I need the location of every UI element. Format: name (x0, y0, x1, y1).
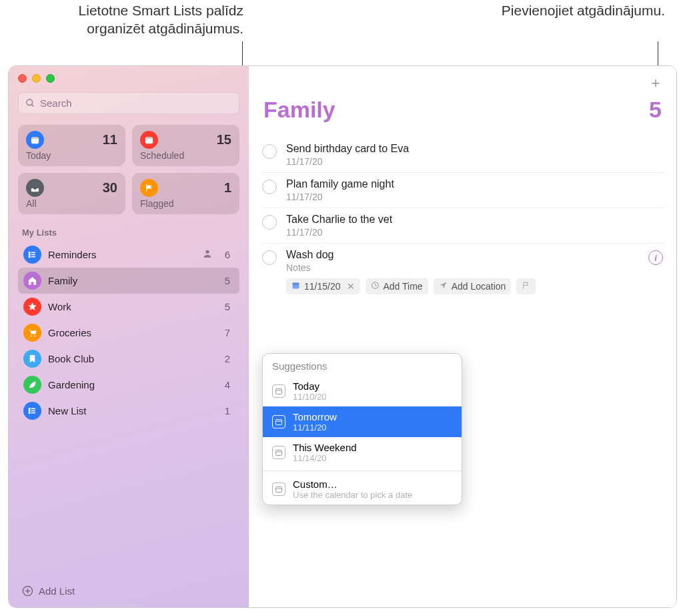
flag-chip[interactable] (516, 278, 536, 294)
checkbox-circle[interactable] (262, 250, 277, 265)
suggestion-sub: Use the calendar to pick a date (293, 490, 412, 500)
svg-point-11 (29, 256, 30, 258)
reminder-title: Take Charlie to the vet (286, 214, 663, 226)
reminder-date: 11/17/20 (286, 192, 663, 202)
suggestion-today[interactable]: Today11/10/20 (263, 376, 462, 406)
smart-label: Flagged (140, 198, 231, 209)
reminder-item[interactable]: Send birthday card to Eva11/17/20 (261, 137, 664, 173)
list-name: Family (48, 275, 214, 286)
reminder-title: Send birthday card to Eva (286, 143, 663, 155)
add-time-chip[interactable]: Add Time (366, 278, 428, 294)
reminder-item[interactable]: Plan family game night11/17/20 (261, 173, 664, 208)
smart-card-today[interactable]: 11Today (18, 125, 125, 166)
add-location-label: Add Location (452, 281, 506, 292)
tray-icon (26, 179, 44, 197)
callout-smart-lists: Lietotne Smart Lists palīdz organizēt at… (23, 1, 243, 38)
list-count: 6 (221, 249, 234, 260)
list-name: New List (48, 405, 214, 416)
svg-point-18 (29, 408, 30, 410)
reminders-window: Search 11Today15Scheduled30All1Flagged M… (8, 65, 677, 608)
smart-card-all[interactable]: 30All (18, 173, 125, 214)
sidebar-list-book-club[interactable]: Book Club2 (18, 346, 239, 372)
sidebar-list-family[interactable]: Family5 (18, 268, 239, 294)
search-input[interactable]: Search (18, 92, 239, 114)
calendar-icon (272, 415, 285, 428)
suggestion-tomorrow[interactable]: Tomorrow11/11/20 (263, 406, 462, 437)
svg-line-1 (31, 104, 33, 106)
bookmark-icon (23, 350, 41, 368)
checkbox-circle[interactable] (262, 144, 277, 159)
minimize-icon[interactable] (32, 74, 41, 83)
clock-icon (371, 281, 380, 292)
plus-circle-icon (22, 585, 33, 597)
suggestion-label: Tomorrow (293, 411, 337, 422)
svg-rect-25 (293, 283, 299, 285)
reminder-title-input[interactable]: Wash dog (286, 249, 639, 261)
list-count: 2 (221, 353, 234, 364)
suggestion-this-weekend[interactable]: This Weekend11/14/20 (263, 437, 462, 468)
calendar-icon (291, 281, 300, 292)
shared-icon (202, 248, 213, 262)
search-icon (25, 98, 35, 108)
clear-date-icon[interactable]: ✕ (347, 281, 355, 292)
list-count: 5 (221, 301, 234, 312)
list-name: Groceries (48, 327, 214, 338)
reminder-notes-placeholder[interactable]: Notes (286, 262, 639, 273)
sidebar-list-groceries[interactable]: Groceries7 (18, 320, 239, 346)
calendar-icon (140, 131, 158, 149)
sidebar-list-gardening[interactable]: Gardening4 (18, 372, 239, 398)
list-icon (23, 402, 41, 420)
list-name: Book Club (48, 353, 214, 364)
info-button[interactable]: i (648, 250, 663, 265)
main-pane: ＋ Family 5 Send birthday card to Eva11/1… (249, 66, 676, 607)
reminder-item[interactable]: Take Charlie to the vet11/17/20 (261, 208, 664, 244)
add-reminder-button[interactable]: ＋ (648, 75, 663, 90)
suggestion-sub: 11/10/20 (293, 392, 327, 402)
svg-point-10 (29, 254, 30, 256)
list-count: 4 (221, 379, 234, 390)
add-time-label: Add Time (384, 281, 423, 292)
smart-count: 11 (103, 132, 117, 147)
leaf-icon (23, 376, 41, 394)
zoom-icon[interactable] (46, 74, 55, 83)
reminders-list: Send birthday card to Eva11/17/20Plan fa… (261, 137, 664, 244)
calendar-icon (26, 131, 44, 149)
sidebar-list-work[interactable]: Work5 (18, 294, 239, 320)
svg-rect-31 (276, 420, 282, 425)
close-icon[interactable] (18, 74, 27, 83)
smart-card-flagged[interactable]: 1Flagged (132, 173, 239, 214)
smart-card-scheduled[interactable]: 15Scheduled (132, 125, 239, 166)
list-name: Work (48, 301, 214, 312)
lists: Reminders6Family5Work5Groceries7Book Clu… (18, 242, 239, 580)
date-chip[interactable]: 11/15/20 ✕ (286, 278, 360, 294)
suggestion-label: Custom… (293, 479, 412, 490)
smart-count: 30 (103, 180, 117, 196)
add-location-chip[interactable]: Add Location (434, 278, 512, 294)
toolbar: ＋ (261, 74, 664, 97)
list-count: 5 (649, 97, 662, 123)
smart-label: All (26, 198, 117, 209)
sidebar-list-reminders[interactable]: Reminders6 (18, 242, 239, 268)
home-icon (23, 272, 41, 290)
smart-label: Scheduled (140, 150, 231, 161)
checkbox-circle[interactable] (262, 180, 277, 194)
list-name: Reminders (48, 249, 195, 260)
flag-icon (140, 179, 158, 197)
window-controls (18, 74, 239, 83)
suggestion-sub: 11/11/20 (293, 422, 337, 432)
reminder-date: 11/17/20 (286, 227, 663, 238)
checkbox-circle[interactable] (262, 215, 277, 230)
add-list-label: Add List (39, 585, 75, 597)
suggestion-custom[interactable]: Custom… Use the calendar to pick a date (263, 474, 462, 505)
svg-point-12 (205, 250, 209, 253)
calendar-icon (272, 483, 285, 496)
svg-rect-33 (276, 450, 282, 456)
add-list-button[interactable]: Add List (18, 580, 239, 599)
sidebar-list-new-list[interactable]: New List1 (18, 398, 239, 424)
cart-icon (23, 324, 41, 342)
reminder-editing[interactable]: Wash dog Notes 11/15/20 ✕ Add Ti (261, 244, 664, 300)
svg-point-19 (29, 410, 30, 412)
list-count: 5 (221, 275, 234, 286)
reminder-date: 11/17/20 (286, 156, 663, 167)
svg-rect-3 (31, 137, 39, 139)
